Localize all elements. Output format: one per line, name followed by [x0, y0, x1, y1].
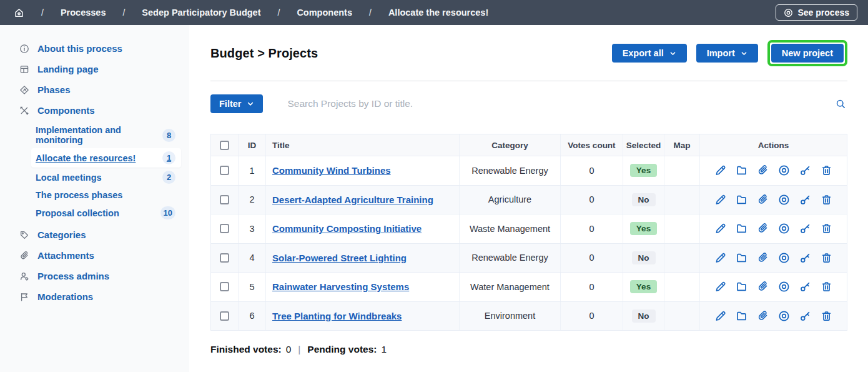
breadcrumb-processes[interactable]: Processes: [61, 8, 106, 18]
attachments-icon[interactable]: [757, 281, 769, 293]
col-header-votes-count: Votes count: [560, 134, 623, 156]
col-header-id: ID: [238, 134, 265, 156]
actions-cell: [699, 302, 847, 331]
preview-eye-icon[interactable]: [778, 310, 790, 322]
edit-icon[interactable]: [714, 164, 726, 176]
edit-icon[interactable]: [714, 223, 726, 234]
sidebar-item-moderations[interactable]: Moderations: [0, 286, 189, 307]
sidebar-item-categories[interactable]: Categories: [0, 224, 189, 245]
permissions-key-icon[interactable]: [799, 223, 811, 234]
delete-trash-icon[interactable]: [821, 194, 832, 206]
breadcrumb-current-component[interactable]: Allocate the resources!: [388, 8, 488, 18]
attachments-icon[interactable]: [757, 194, 769, 206]
table-row: 1 Community Wind Turbines Renewable Ener…: [211, 156, 847, 185]
attachments-icon[interactable]: [757, 310, 769, 322]
attachments-icon[interactable]: [757, 164, 769, 176]
table-row: 2 Desert-Adapted Agriculture Training Ag…: [211, 185, 847, 214]
row-checkbox[interactable]: [220, 224, 229, 233]
home-link[interactable]: [14, 8, 24, 18]
delete-trash-icon[interactable]: [821, 310, 832, 322]
project-title-link[interactable]: Desert-Adapted Agriculture Training: [272, 194, 433, 205]
folder-icon[interactable]: [736, 310, 747, 322]
filter-button[interactable]: Filter: [210, 94, 263, 113]
sidebar-subitem-process-phases[interactable]: The process phases: [31, 187, 181, 203]
actions-cell: [699, 186, 847, 214]
import-button[interactable]: Import: [696, 44, 758, 63]
project-title-link[interactable]: Solar-Powered Street Lighting: [272, 253, 407, 263]
folder-icon[interactable]: [736, 164, 747, 176]
breadcrumb-components[interactable]: Components: [297, 8, 352, 18]
sidebar-subitem-allocate-resources[interactable]: Allocate the resources! 1: [31, 148, 181, 168]
votes-separator: |: [295, 344, 303, 355]
chevron-down-icon: [669, 50, 676, 57]
chevron-down-icon: [741, 50, 747, 57]
sidebar-item-process-admins[interactable]: Process admins: [0, 266, 189, 286]
new-project-button[interactable]: New project: [771, 44, 844, 63]
permissions-key-icon[interactable]: [799, 310, 811, 322]
preview-eye-icon[interactable]: [778, 281, 790, 293]
export-all-button[interactable]: Export all: [612, 44, 687, 63]
sidebar-subitem-local-meetings[interactable]: Local meetings 2: [31, 168, 181, 187]
table-row: 5 Rainwater Harvesting Systems Water Man…: [211, 272, 847, 301]
selected-badge: No: [632, 193, 656, 206]
delete-trash-icon[interactable]: [821, 164, 832, 176]
components-tools-icon: [19, 106, 29, 116]
sidebar-subitem-proposal-collection[interactable]: Proposal collection 10: [31, 203, 181, 223]
sidebar-item-label: Moderations: [37, 291, 93, 302]
folder-icon[interactable]: [736, 281, 747, 293]
user-gear-icon: [19, 271, 29, 281]
permissions-key-icon[interactable]: [799, 164, 811, 176]
project-id: 3: [238, 214, 265, 243]
delete-trash-icon[interactable]: [821, 252, 832, 264]
filter-label: Filter: [219, 99, 241, 109]
project-title-link[interactable]: Community Wind Turbines: [272, 165, 391, 176]
sidebar-item-about[interactable]: About this process: [0, 38, 189, 59]
count-badge: 8: [162, 129, 175, 142]
sidebar-item-components[interactable]: Components: [0, 100, 189, 121]
folder-icon[interactable]: [736, 194, 747, 206]
project-title-link[interactable]: Rainwater Harvesting Systems: [272, 281, 409, 292]
sidebar-item-label: About this process: [37, 43, 122, 54]
sidebar-item-label: Components: [37, 105, 95, 116]
sidebar-item-attachments[interactable]: Attachments: [0, 245, 189, 266]
row-checkbox[interactable]: [220, 282, 229, 291]
sidebar-item-phases[interactable]: Phases: [0, 79, 189, 100]
edit-icon[interactable]: [714, 281, 726, 293]
select-all-checkbox[interactable]: [220, 141, 229, 150]
edit-icon[interactable]: [714, 252, 726, 264]
search-input[interactable]: [287, 98, 834, 109]
row-checkbox[interactable]: [220, 311, 229, 321]
permissions-key-icon[interactable]: [799, 194, 811, 206]
project-title-link[interactable]: Community Composting Initiative: [272, 223, 422, 234]
row-checkbox[interactable]: [220, 166, 229, 175]
project-title-link[interactable]: Tree Planting for Windbreaks: [272, 311, 402, 321]
row-checkbox[interactable]: [220, 195, 229, 204]
paperclip-icon: [19, 251, 29, 261]
attachments-icon[interactable]: [757, 252, 769, 264]
edit-icon[interactable]: [714, 194, 726, 206]
preview-eye-icon[interactable]: [778, 194, 790, 206]
tag-icon: [19, 230, 29, 240]
delete-trash-icon[interactable]: [821, 281, 832, 293]
permissions-key-icon[interactable]: [799, 281, 811, 293]
folder-icon[interactable]: [736, 223, 747, 234]
edit-icon[interactable]: [714, 310, 726, 322]
votes-count: 0: [560, 186, 623, 214]
project-category: Environment: [459, 302, 560, 331]
permissions-key-icon[interactable]: [799, 252, 811, 264]
sidebar-item-landing-page[interactable]: Landing page: [0, 59, 189, 79]
sidebar-subitem-implementation[interactable]: Implementation and monitoring 8: [31, 122, 181, 148]
folder-icon[interactable]: [736, 252, 747, 264]
delete-trash-icon[interactable]: [821, 223, 832, 234]
preview-eye-icon[interactable]: [778, 223, 790, 234]
selected-badge: No: [632, 309, 656, 323]
preview-eye-icon[interactable]: [778, 164, 790, 176]
preview-eye-icon[interactable]: [778, 252, 790, 264]
search-icon[interactable]: [834, 98, 847, 111]
see-process-button[interactable]: See process: [776, 4, 858, 21]
row-checkbox[interactable]: [220, 253, 229, 263]
table-header-row: ID Title Category Votes count Selected M…: [211, 134, 847, 156]
project-category: Agriculture: [459, 186, 560, 214]
breadcrumb-process-name[interactable]: Sedep Participatory Budget: [142, 8, 260, 18]
attachments-icon[interactable]: [757, 223, 769, 234]
